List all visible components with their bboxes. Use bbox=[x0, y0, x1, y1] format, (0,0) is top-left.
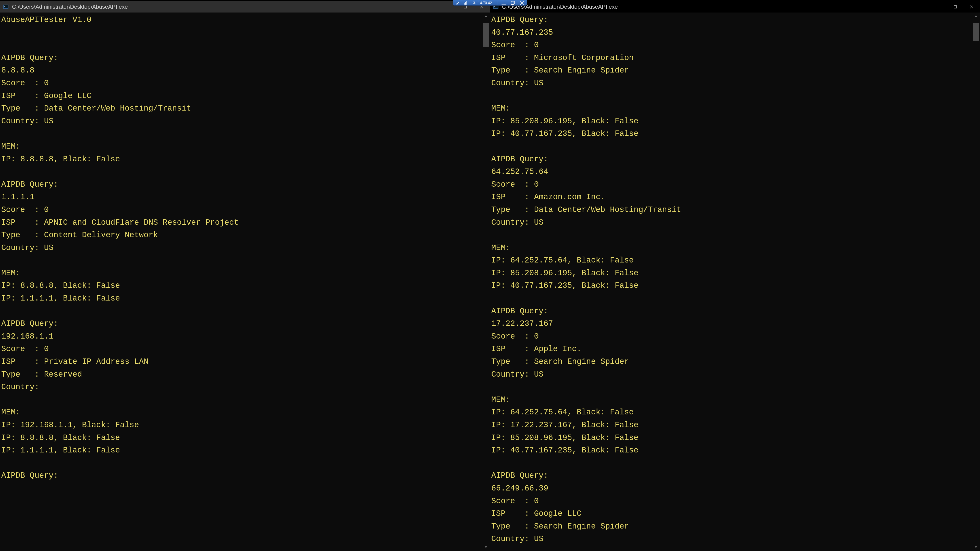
terminal-output[interactable]: AIPDB Query: 40.77.167.235 Score : 0 ISP… bbox=[490, 13, 980, 551]
svg-rect-2 bbox=[464, 6, 466, 8]
scroll-up-icon[interactable] bbox=[482, 13, 490, 20]
signal-icon bbox=[463, 0, 468, 5]
scrollbar[interactable] bbox=[482, 13, 490, 551]
terminal-client: AIPDB Query: 40.77.167.235 Score : 0 ISP… bbox=[490, 13, 980, 551]
window-title: C:\Users\Administrator\Desktop\AbuseAPI.… bbox=[502, 3, 931, 10]
titlebar[interactable]: C:\Users\Administrator\Desktop\AbuseAPI.… bbox=[490, 1, 980, 13]
scroll-up-icon[interactable] bbox=[972, 13, 980, 20]
svg-rect-5 bbox=[954, 6, 956, 8]
titlebar[interactable]: C:\Users\Administrator\Desktop\AbuseAPI.… bbox=[0, 1, 490, 13]
connection-ip: 3.114.70.42 bbox=[472, 1, 493, 5]
scroll-down-icon[interactable] bbox=[972, 544, 980, 551]
close-button[interactable] bbox=[963, 1, 980, 13]
terminal-client: AbuseAPITester V1.0 AIPDB Query: 8.8.8.8… bbox=[0, 13, 490, 551]
console-window-right: C:\Users\Administrator\Desktop\AbuseAPI.… bbox=[490, 1, 980, 551]
svg-rect-6 bbox=[464, 3, 465, 5]
conn-restore-button[interactable] bbox=[510, 0, 515, 5]
minimize-button[interactable] bbox=[931, 1, 947, 13]
window-title: C:\Users\Administrator\Desktop\AbuseAPI.… bbox=[12, 3, 441, 10]
svg-rect-9 bbox=[511, 2, 514, 4]
svg-rect-7 bbox=[465, 2, 466, 5]
scrollbar[interactable] bbox=[972, 13, 980, 551]
svg-rect-8 bbox=[466, 1, 467, 5]
scroll-down-icon[interactable] bbox=[482, 544, 490, 551]
app-icon bbox=[3, 4, 9, 10]
scroll-thumb[interactable] bbox=[483, 23, 489, 47]
conn-close-button[interactable] bbox=[519, 0, 525, 5]
maximize-button[interactable] bbox=[947, 1, 963, 13]
console-window-left: C:\Users\Administrator\Desktop\AbuseAPI.… bbox=[0, 1, 490, 551]
pin-icon[interactable] bbox=[455, 0, 460, 5]
scroll-thumb[interactable] bbox=[973, 23, 979, 41]
rdp-connection-bar[interactable]: 3.114.70.42 bbox=[453, 0, 527, 6]
conn-minimize-button[interactable] bbox=[501, 0, 506, 5]
terminal-output[interactable]: AbuseAPITester V1.0 AIPDB Query: 8.8.8.8… bbox=[0, 13, 490, 551]
